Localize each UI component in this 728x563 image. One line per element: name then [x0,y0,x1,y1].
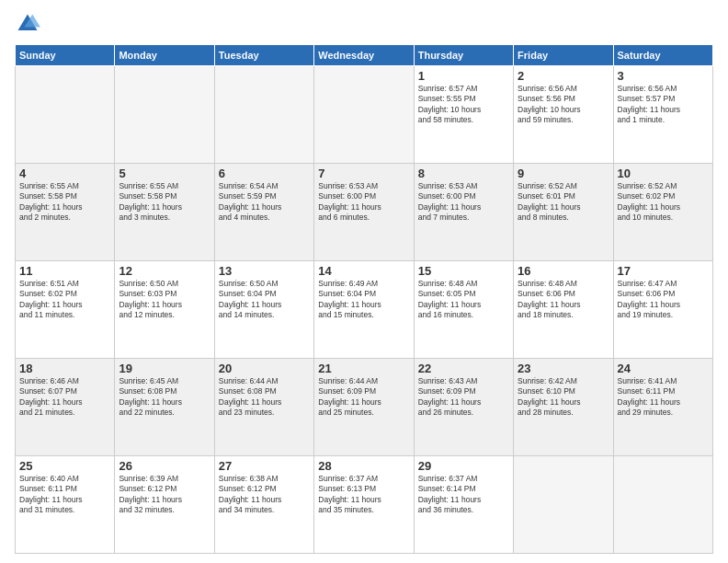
day-info: Sunrise: 6:51 AMSunset: 6:02 PMDaylight:… [19,279,110,321]
day-number: 13 [219,264,310,278]
calendar-cell: 25Sunrise: 6:40 AMSunset: 6:11 PMDayligh… [16,456,115,554]
day-info: Sunrise: 6:38 AMSunset: 6:12 PMDaylight:… [219,474,310,516]
calendar-cell: 3Sunrise: 6:56 AMSunset: 5:57 PMDaylight… [613,66,712,164]
day-info: Sunrise: 6:47 AMSunset: 6:06 PMDaylight:… [618,279,709,321]
day-info: Sunrise: 6:48 AMSunset: 6:05 PMDaylight:… [418,279,509,321]
day-info: Sunrise: 6:42 AMSunset: 6:10 PMDaylight:… [518,376,609,419]
calendar-cell: 4Sunrise: 6:55 AMSunset: 5:58 PMDaylight… [16,164,115,261]
day-number: 25 [19,459,110,473]
day-number: 26 [119,459,210,473]
header [15,11,713,37]
day-info: Sunrise: 6:53 AMSunset: 6:00 PMDaylight:… [318,181,409,224]
calendar-cell: 28Sunrise: 6:37 AMSunset: 6:13 PMDayligh… [314,456,414,554]
week-row-4: 18Sunrise: 6:46 AMSunset: 6:07 PMDayligh… [16,359,713,456]
calendar-cell: 9Sunrise: 6:52 AMSunset: 6:01 PMDaylight… [514,164,613,261]
calendar-cell: 8Sunrise: 6:53 AMSunset: 6:00 PMDaylight… [414,164,513,261]
days-header-row: SundayMondayTuesdayWednesdayThursdayFrid… [16,45,713,66]
day-number: 1 [418,69,509,83]
calendar-cell: 14Sunrise: 6:49 AMSunset: 6:04 PMDayligh… [314,261,414,359]
day-info: Sunrise: 6:55 AMSunset: 5:58 PMDaylight:… [119,181,210,224]
week-row-2: 4Sunrise: 6:55 AMSunset: 5:58 PMDaylight… [16,164,713,261]
day-number: 10 [618,167,709,180]
day-number: 5 [119,167,210,180]
day-info: Sunrise: 6:55 AMSunset: 5:58 PMDaylight:… [19,181,110,224]
day-number: 24 [618,362,709,375]
logo [15,11,44,37]
day-header-thursday: Thursday [414,45,513,66]
calendar-cell: 19Sunrise: 6:45 AMSunset: 6:08 PMDayligh… [115,359,214,456]
day-number: 8 [418,167,509,180]
day-info: Sunrise: 6:56 AMSunset: 5:56 PMDaylight:… [518,84,609,126]
week-row-1: 1Sunrise: 6:57 AMSunset: 5:55 PMDaylight… [16,66,713,164]
day-number: 2 [518,69,609,83]
calendar-cell: 15Sunrise: 6:48 AMSunset: 6:05 PMDayligh… [414,261,513,359]
calendar-cell: 12Sunrise: 6:50 AMSunset: 6:03 PMDayligh… [115,261,214,359]
calendar-cell [214,66,313,164]
day-header-sunday: Sunday [16,45,115,66]
calendar-cell: 20Sunrise: 6:44 AMSunset: 6:08 PMDayligh… [214,359,313,456]
calendar-cell: 27Sunrise: 6:38 AMSunset: 6:12 PMDayligh… [214,456,313,554]
day-number: 4 [19,167,110,180]
day-header-monday: Monday [115,45,214,66]
calendar-cell: 5Sunrise: 6:55 AMSunset: 5:58 PMDaylight… [115,164,214,261]
calendar-cell: 18Sunrise: 6:46 AMSunset: 6:07 PMDayligh… [16,359,115,456]
calendar-cell: 29Sunrise: 6:37 AMSunset: 6:14 PMDayligh… [414,456,513,554]
day-info: Sunrise: 6:44 AMSunset: 6:09 PMDaylight:… [318,376,409,419]
day-number: 29 [418,459,509,473]
day-info: Sunrise: 6:40 AMSunset: 6:11 PMDaylight:… [19,474,110,516]
calendar-cell: 24Sunrise: 6:41 AMSunset: 6:11 PMDayligh… [613,359,712,456]
day-number: 19 [119,362,210,375]
calendar-cell: 17Sunrise: 6:47 AMSunset: 6:06 PMDayligh… [613,261,712,359]
calendar-cell: 7Sunrise: 6:53 AMSunset: 6:00 PMDaylight… [314,164,414,261]
day-info: Sunrise: 6:49 AMSunset: 6:04 PMDaylight:… [318,279,409,321]
day-number: 20 [219,362,310,375]
calendar-body: 1Sunrise: 6:57 AMSunset: 5:55 PMDaylight… [16,66,713,554]
day-number: 15 [418,264,509,278]
day-header-friday: Friday [514,45,613,66]
calendar-cell [314,66,414,164]
day-info: Sunrise: 6:52 AMSunset: 6:02 PMDaylight:… [618,181,709,224]
day-info: Sunrise: 6:44 AMSunset: 6:08 PMDaylight:… [219,376,310,419]
day-info: Sunrise: 6:46 AMSunset: 6:07 PMDaylight:… [19,376,110,419]
day-info: Sunrise: 6:43 AMSunset: 6:09 PMDaylight:… [418,376,509,419]
day-info: Sunrise: 6:50 AMSunset: 6:03 PMDaylight:… [119,279,210,321]
day-info: Sunrise: 6:37 AMSunset: 6:13 PMDaylight:… [318,474,409,516]
day-info: Sunrise: 6:53 AMSunset: 6:00 PMDaylight:… [418,181,509,224]
day-number: 6 [219,167,310,180]
day-number: 27 [219,459,310,473]
day-info: Sunrise: 6:45 AMSunset: 6:08 PMDaylight:… [119,376,210,419]
calendar-cell: 1Sunrise: 6:57 AMSunset: 5:55 PMDaylight… [414,66,513,164]
calendar-table: SundayMondayTuesdayWednesdayThursdayFrid… [15,44,713,554]
calendar-cell: 10Sunrise: 6:52 AMSunset: 6:02 PMDayligh… [613,164,712,261]
day-number: 21 [318,362,409,375]
day-info: Sunrise: 6:52 AMSunset: 6:01 PMDaylight:… [518,181,609,224]
week-row-3: 11Sunrise: 6:51 AMSunset: 6:02 PMDayligh… [16,261,713,359]
day-header-tuesday: Tuesday [214,45,313,66]
day-number: 7 [318,167,409,180]
calendar-cell [16,66,115,164]
calendar-cell: 23Sunrise: 6:42 AMSunset: 6:10 PMDayligh… [514,359,613,456]
day-info: Sunrise: 6:54 AMSunset: 5:59 PMDaylight:… [219,181,310,224]
day-number: 11 [19,264,110,278]
day-header-saturday: Saturday [613,45,712,66]
logo-icon [15,11,40,37]
day-header-wednesday: Wednesday [314,45,414,66]
calendar-cell: 22Sunrise: 6:43 AMSunset: 6:09 PMDayligh… [414,359,513,456]
calendar-cell: 6Sunrise: 6:54 AMSunset: 5:59 PMDaylight… [214,164,313,261]
calendar-cell: 16Sunrise: 6:48 AMSunset: 6:06 PMDayligh… [514,261,613,359]
calendar-cell: 13Sunrise: 6:50 AMSunset: 6:04 PMDayligh… [214,261,313,359]
day-number: 17 [618,264,709,278]
day-number: 18 [19,362,110,375]
calendar-header: SundayMondayTuesdayWednesdayThursdayFrid… [16,45,713,66]
day-info: Sunrise: 6:56 AMSunset: 5:57 PMDaylight:… [618,84,709,126]
day-number: 14 [318,264,409,278]
day-number: 16 [518,264,609,278]
calendar-cell: 11Sunrise: 6:51 AMSunset: 6:02 PMDayligh… [16,261,115,359]
day-info: Sunrise: 6:50 AMSunset: 6:04 PMDaylight:… [219,279,310,321]
calendar-cell: 21Sunrise: 6:44 AMSunset: 6:09 PMDayligh… [314,359,414,456]
calendar-cell: 26Sunrise: 6:39 AMSunset: 6:12 PMDayligh… [115,456,214,554]
day-number: 3 [618,69,709,83]
day-number: 22 [418,362,509,375]
day-info: Sunrise: 6:48 AMSunset: 6:06 PMDaylight:… [518,279,609,321]
day-info: Sunrise: 6:57 AMSunset: 5:55 PMDaylight:… [418,84,509,126]
